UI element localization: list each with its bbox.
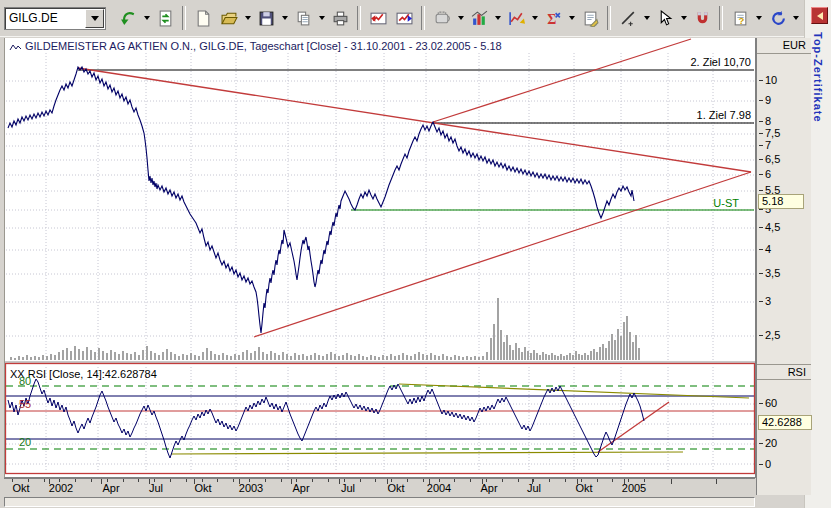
time-axis-label: 2002 (49, 482, 73, 494)
chart-type-icon[interactable] (467, 6, 491, 30)
rsi-55-label: 55 (19, 398, 31, 410)
trendline-up (254, 172, 751, 337)
price-axis-header: EUR (757, 38, 811, 54)
copy-dropdown[interactable] (317, 7, 326, 29)
symbol-combobox-value: GILG.DE (5, 11, 84, 25)
time-axis-label: Okt (12, 482, 29, 494)
template-dropdown[interactable] (456, 7, 465, 29)
time-axis-label: 2004 (427, 482, 451, 494)
price-axis-label: 3 (765, 295, 771, 307)
time-axis-label: Apr (480, 482, 497, 494)
current-price-tag: 5.18 (758, 194, 804, 209)
price-line (8, 67, 634, 333)
open-dropdown[interactable] (243, 7, 252, 29)
svg-text:Σ: Σ (547, 11, 556, 26)
rsi-title: XX RSI [Close, 14]:42.628784 (10, 368, 157, 380)
svg-text:?: ? (738, 14, 744, 25)
support-label: U-ST (713, 197, 739, 209)
price-axis-label: 8 (765, 115, 771, 127)
chart-next-icon[interactable] (392, 6, 416, 30)
chart-title: GILDEMEISTER AG AKTIEN O.N., GILG.DE, Ta… (9, 40, 502, 52)
back-icon[interactable] (116, 6, 140, 30)
rsi-axis-label: 60 (765, 397, 777, 409)
symbol-combobox-dropdown[interactable] (85, 9, 104, 28)
target2-label: 2. Ziel 10,70 (690, 56, 751, 68)
pointer-tool-icon[interactable] (653, 6, 677, 30)
rsi-axis-label: 0 (765, 458, 771, 470)
time-axis-label: Jul (527, 482, 541, 494)
rsi-20-label: 20 (19, 436, 31, 448)
chart-type-dropdown[interactable] (493, 7, 502, 29)
save-icon[interactable] (254, 6, 278, 30)
strategy-icon[interactable]: Σ (541, 6, 565, 30)
notes-icon[interactable]: ? (728, 6, 752, 30)
price-axis-label: 4,5 (765, 221, 780, 233)
time-axis-label: Jul (149, 482, 163, 494)
rotate-icon[interactable] (765, 6, 789, 30)
line-tool-icon[interactable] (616, 6, 640, 30)
price-axis-label: 10 (765, 74, 777, 86)
magnet-icon[interactable] (690, 6, 714, 30)
pointer-tool-dropdown[interactable] (679, 7, 688, 29)
line-tool-dropdown[interactable] (642, 7, 651, 29)
price-axis-label: 6 (765, 168, 771, 180)
value-axis-panel: EUR 10987,576,565,554,543,532,5 RSI 6020… (756, 38, 811, 495)
chart-svg: 2. Ziel 10,701. Ziel 7.98U-STXX RSI [Clo… (5, 38, 755, 477)
price-axis-label: 4 (765, 243, 771, 255)
notes-dropdown[interactable] (754, 7, 763, 29)
time-axis-label: Okt (387, 482, 404, 494)
rsi-80-label: 80 (19, 375, 31, 387)
time-axis-label: Okt (575, 482, 592, 494)
rsi-olive-bottom (171, 452, 683, 454)
chart-canvas[interactable]: 2. Ziel 10,701. Ziel 7.98U-STXX RSI [Clo… (4, 38, 756, 478)
new-document-icon[interactable] (191, 6, 215, 30)
save-dropdown[interactable] (280, 7, 289, 29)
time-axis-label: 2005 (622, 482, 646, 494)
price-axis-label: 2,5 (765, 329, 780, 341)
time-axis: Okt2002AprJulOkt2003AprJulOkt2004AprJulO… (4, 478, 755, 496)
horizontal-scrollbar[interactable] (4, 497, 755, 507)
collapse-panel-button[interactable] (811, 7, 828, 24)
rsi-annotation-box (6, 364, 755, 474)
price-axis-label: 6,5 (765, 153, 780, 165)
print-icon[interactable] (328, 6, 352, 30)
price-axis-label: 7,5 (765, 127, 780, 139)
symbol-combobox[interactable]: GILG.DE (4, 7, 106, 30)
properties-icon[interactable] (578, 6, 602, 30)
volume-bars (10, 298, 640, 360)
refresh-icon[interactable] (153, 6, 177, 30)
indicator-dropdown[interactable] (530, 7, 539, 29)
trendline-down (78, 68, 751, 172)
chart-line-icon (9, 43, 22, 52)
chart-prev-icon[interactable] (366, 6, 390, 30)
template-icon[interactable] (430, 6, 454, 30)
time-axis-label: Okt (194, 482, 211, 494)
toolbar: GILG.DE Σ ? (0, 0, 804, 37)
time-axis-label: Jul (341, 482, 355, 494)
rsi-axis-label: 20 (765, 437, 777, 449)
current-rsi-tag: 42.6288 (758, 415, 812, 430)
arrow-left-icon (817, 12, 823, 20)
rotate-dropdown[interactable] (791, 7, 800, 29)
price-axis-label: 7 (765, 139, 771, 151)
target1-label: 1. Ziel 7.98 (697, 109, 751, 121)
app-window: { "window": {"accent_red": "#c23b3b", "a… (0, 0, 831, 508)
indicator-icon[interactable] (504, 6, 528, 30)
back-dropdown[interactable] (142, 7, 151, 29)
open-folder-icon[interactable] (217, 6, 241, 30)
time-axis-label: 2003 (239, 482, 263, 494)
tab-top-zertifikate[interactable]: Top-Zertifikate (812, 32, 824, 123)
rsi-axis-header: RSI (757, 364, 811, 380)
price-axis-label: 9 (765, 94, 771, 106)
time-axis-label: Apr (102, 482, 119, 494)
price-axis-label: 3,5 (765, 267, 780, 279)
rsi-line (8, 379, 644, 458)
copy-icon[interactable] (291, 6, 315, 30)
strategy-dropdown[interactable] (567, 7, 576, 29)
time-axis-label: Apr (292, 482, 309, 494)
